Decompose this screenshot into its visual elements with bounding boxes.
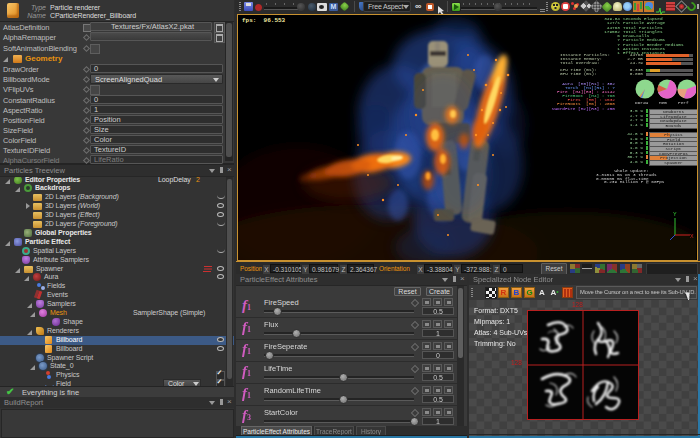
svg-text:Y: Y [673,211,677,218]
svg-text:X: X [690,233,694,240]
